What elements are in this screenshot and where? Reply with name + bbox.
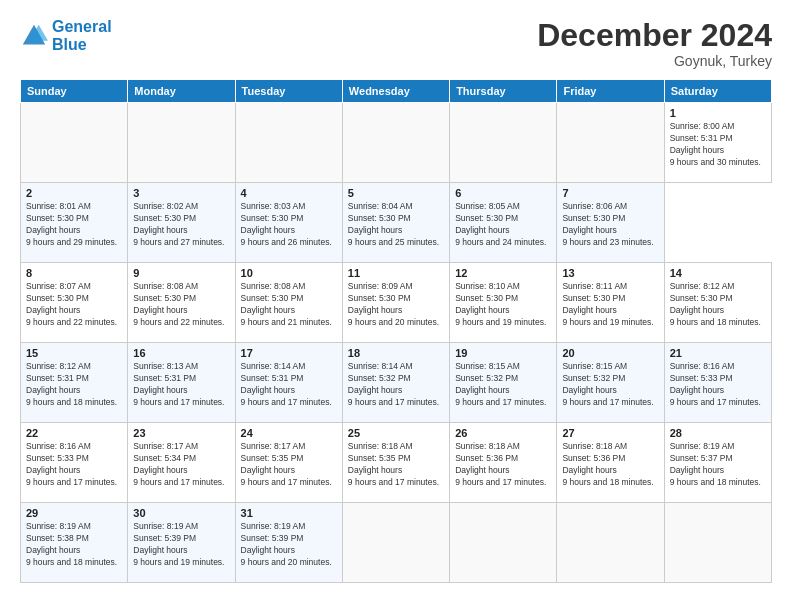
table-row: 12 Sunrise: 8:10 AMSunset: 5:30 PMDaylig… [450,263,557,343]
day-info: Sunrise: 8:17 AMSunset: 5:35 PMDaylight … [241,441,337,489]
table-row: 14 Sunrise: 8:12 AMSunset: 5:30 PMDaylig… [664,263,771,343]
day-number: 6 [455,187,551,199]
day-info: Sunrise: 8:14 AMSunset: 5:31 PMDaylight … [241,361,337,409]
day-info: Sunrise: 8:18 AMSunset: 5:36 PMDaylight … [562,441,658,489]
page-header: General Blue December 2024 Goynuk, Turke… [20,18,772,69]
day-number: 18 [348,347,444,359]
col-saturday: Saturday [664,80,771,103]
day-number: 16 [133,347,229,359]
day-number: 29 [26,507,122,519]
logo: General Blue [20,18,112,53]
day-number: 2 [26,187,122,199]
month-title: December 2024 [537,18,772,53]
col-monday: Monday [128,80,235,103]
day-info: Sunrise: 8:19 AMSunset: 5:39 PMDaylight … [241,521,337,569]
table-row [557,503,664,583]
day-number: 13 [562,267,658,279]
table-row: 31 Sunrise: 8:19 AMSunset: 5:39 PMDaylig… [235,503,342,583]
table-row: 11 Sunrise: 8:09 AMSunset: 5:30 PMDaylig… [342,263,449,343]
col-wednesday: Wednesday [342,80,449,103]
table-row: 5 Sunrise: 8:04 AMSunset: 5:30 PMDayligh… [342,183,449,263]
day-info: Sunrise: 8:18 AMSunset: 5:36 PMDaylight … [455,441,551,489]
day-number: 21 [670,347,766,359]
day-number: 5 [348,187,444,199]
day-info: Sunrise: 8:15 AMSunset: 5:32 PMDaylight … [455,361,551,409]
table-row: 7 Sunrise: 8:06 AMSunset: 5:30 PMDayligh… [557,183,664,263]
table-row [557,103,664,183]
table-row: 2 Sunrise: 8:01 AMSunset: 5:30 PMDayligh… [21,183,128,263]
day-info: Sunrise: 8:12 AMSunset: 5:31 PMDaylight … [26,361,122,409]
table-row: 25 Sunrise: 8:18 AMSunset: 5:35 PMDaylig… [342,423,449,503]
table-row: 24 Sunrise: 8:17 AMSunset: 5:35 PMDaylig… [235,423,342,503]
table-row [342,103,449,183]
day-info: Sunrise: 8:18 AMSunset: 5:35 PMDaylight … [348,441,444,489]
table-row: 17 Sunrise: 8:14 AMSunset: 5:31 PMDaylig… [235,343,342,423]
day-info: Sunrise: 8:15 AMSunset: 5:32 PMDaylight … [562,361,658,409]
day-number: 31 [241,507,337,519]
table-row: 30 Sunrise: 8:19 AMSunset: 5:39 PMDaylig… [128,503,235,583]
col-tuesday: Tuesday [235,80,342,103]
day-info: Sunrise: 8:01 AMSunset: 5:30 PMDaylight … [26,201,122,249]
col-thursday: Thursday [450,80,557,103]
day-info: Sunrise: 8:14 AMSunset: 5:32 PMDaylight … [348,361,444,409]
day-number: 25 [348,427,444,439]
day-info: Sunrise: 8:16 AMSunset: 5:33 PMDaylight … [26,441,122,489]
day-info: Sunrise: 8:17 AMSunset: 5:34 PMDaylight … [133,441,229,489]
table-row: 28 Sunrise: 8:19 AMSunset: 5:37 PMDaylig… [664,423,771,503]
day-info: Sunrise: 8:04 AMSunset: 5:30 PMDaylight … [348,201,444,249]
day-number: 19 [455,347,551,359]
logo-text-blue: Blue [52,36,112,54]
day-number: 30 [133,507,229,519]
logo-text-general: General [52,18,112,36]
day-number: 15 [26,347,122,359]
day-info: Sunrise: 8:19 AMSunset: 5:37 PMDaylight … [670,441,766,489]
day-number: 8 [26,267,122,279]
table-row [450,103,557,183]
day-info: Sunrise: 8:02 AMSunset: 5:30 PMDaylight … [133,201,229,249]
logo-icon [20,22,48,50]
day-number: 28 [670,427,766,439]
day-number: 23 [133,427,229,439]
title-area: December 2024 Goynuk, Turkey [537,18,772,69]
day-number: 10 [241,267,337,279]
day-info: Sunrise: 8:03 AMSunset: 5:30 PMDaylight … [241,201,337,249]
day-info: Sunrise: 8:19 AMSunset: 5:38 PMDaylight … [26,521,122,569]
day-number: 20 [562,347,658,359]
day-number: 7 [562,187,658,199]
day-info: Sunrise: 8:07 AMSunset: 5:30 PMDaylight … [26,281,122,329]
day-info: Sunrise: 8:00 AMSunset: 5:31 PMDaylight … [670,121,766,169]
day-info: Sunrise: 8:11 AMSunset: 5:30 PMDaylight … [562,281,658,329]
day-number: 24 [241,427,337,439]
day-info: Sunrise: 8:13 AMSunset: 5:31 PMDaylight … [133,361,229,409]
table-row [664,503,771,583]
table-row [450,503,557,583]
location: Goynuk, Turkey [537,53,772,69]
day-info: Sunrise: 8:08 AMSunset: 5:30 PMDaylight … [241,281,337,329]
day-number: 4 [241,187,337,199]
table-row: 19 Sunrise: 8:15 AMSunset: 5:32 PMDaylig… [450,343,557,423]
day-info: Sunrise: 8:19 AMSunset: 5:39 PMDaylight … [133,521,229,569]
table-row: 20 Sunrise: 8:15 AMSunset: 5:32 PMDaylig… [557,343,664,423]
day-number: 14 [670,267,766,279]
day-number: 3 [133,187,229,199]
day-info: Sunrise: 8:10 AMSunset: 5:30 PMDaylight … [455,281,551,329]
table-row: 13 Sunrise: 8:11 AMSunset: 5:30 PMDaylig… [557,263,664,343]
day-info: Sunrise: 8:05 AMSunset: 5:30 PMDaylight … [455,201,551,249]
table-row [128,103,235,183]
table-row: 23 Sunrise: 8:17 AMSunset: 5:34 PMDaylig… [128,423,235,503]
day-info: Sunrise: 8:09 AMSunset: 5:30 PMDaylight … [348,281,444,329]
day-info: Sunrise: 8:06 AMSunset: 5:30 PMDaylight … [562,201,658,249]
col-sunday: Sunday [21,80,128,103]
table-row: 16 Sunrise: 8:13 AMSunset: 5:31 PMDaylig… [128,343,235,423]
day-number: 27 [562,427,658,439]
day-info: Sunrise: 8:16 AMSunset: 5:33 PMDaylight … [670,361,766,409]
table-row: 8 Sunrise: 8:07 AMSunset: 5:30 PMDayligh… [21,263,128,343]
table-row: 1 Sunrise: 8:00 AMSunset: 5:31 PMDayligh… [664,103,771,183]
day-info: Sunrise: 8:08 AMSunset: 5:30 PMDaylight … [133,281,229,329]
calendar-table: Sunday Monday Tuesday Wednesday Thursday… [20,79,772,583]
table-row: 3 Sunrise: 8:02 AMSunset: 5:30 PMDayligh… [128,183,235,263]
day-number: 11 [348,267,444,279]
day-number: 12 [455,267,551,279]
table-row [21,103,128,183]
table-row: 29 Sunrise: 8:19 AMSunset: 5:38 PMDaylig… [21,503,128,583]
